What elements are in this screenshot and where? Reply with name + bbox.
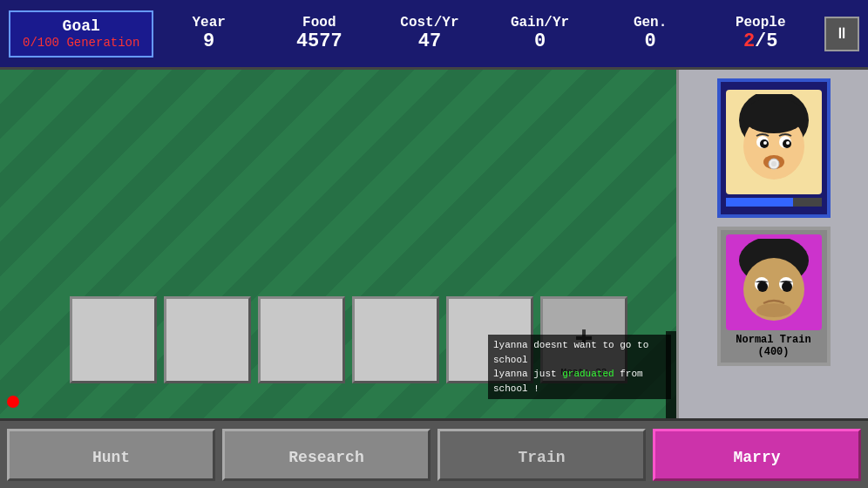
gain-label: Gain/Yr [485, 15, 595, 30]
svg-point-8 [786, 141, 790, 145]
stat-people: People 2/5 [705, 15, 816, 52]
people-value: 2/5 [705, 30, 816, 52]
stat-gain: Gain/Yr 0 [485, 15, 595, 52]
health-bar-1 [726, 198, 822, 207]
svg-point-7 [763, 141, 767, 145]
right-panel: Normal Train(400) [676, 70, 868, 418]
people-label: People [705, 15, 816, 30]
red-dot-indicator [7, 396, 19, 408]
character-card-1[interactable] [717, 78, 831, 218]
food-label: Food [264, 15, 375, 30]
inv-slot-4[interactable] [352, 296, 439, 383]
svg-point-18 [756, 303, 791, 317]
character-card-2[interactable]: Normal Train(400) [717, 227, 831, 366]
year-label: Year [153, 15, 264, 30]
gain-value: 0 [485, 30, 595, 52]
goal-title: Goal [63, 17, 100, 35]
inventory-row: + Meat: 32 [70, 296, 627, 383]
bottom-bar: Hunt Research Train Marry [0, 418, 868, 488]
stat-cost: Cost/Yr 47 [375, 15, 485, 52]
stat-year: Year 9 [153, 15, 264, 52]
inv-slot-3[interactable] [258, 296, 345, 383]
gen-label: Gen. [595, 15, 706, 30]
gen-value: 0 [595, 30, 706, 52]
meat-label: Meat: 32 [561, 367, 607, 377]
year-value: 9 [153, 30, 264, 52]
inv-slot-1[interactable] [70, 296, 157, 383]
research-button[interactable]: Research [222, 429, 431, 481]
inv-slot-2[interactable] [164, 296, 251, 383]
char-face-1 [726, 90, 822, 194]
top-bar: Goal 0/100 Generation Year 9 Food 4577 C… [0, 0, 868, 70]
pause-button[interactable]: ⏸ [824, 17, 859, 51]
svg-point-2 [743, 98, 805, 133]
goal-sub: 0/100 Generation [23, 36, 139, 50]
pause-icon: ⏸ [834, 24, 850, 43]
cost-label: Cost/Yr [375, 15, 485, 30]
main-area: + Meat: 32 [0, 70, 868, 418]
game-world: + Meat: 32 [0, 70, 676, 418]
char-name-2: Normal Train(400) [736, 334, 810, 359]
stat-food: Food 4577 [264, 15, 375, 52]
health-fill-1 [726, 198, 793, 207]
svg-point-16 [757, 281, 768, 292]
svg-point-11 [771, 161, 776, 166]
goal-box: Goal 0/100 Generation [9, 10, 153, 58]
cost-value: 47 [375, 30, 485, 52]
marry-button[interactable]: Marry [653, 429, 861, 481]
hunt-button[interactable]: Hunt [7, 429, 215, 481]
inv-slot-add[interactable]: + Meat: 32 [540, 296, 627, 383]
char-face-2 [726, 234, 822, 330]
svg-point-17 [782, 281, 792, 292]
inv-slot-5[interactable] [446, 296, 533, 383]
train-button[interactable]: Train [437, 429, 646, 481]
food-value: 4577 [264, 30, 375, 52]
plus-icon: + [574, 322, 593, 358]
stat-gen: Gen. 0 [595, 15, 706, 52]
